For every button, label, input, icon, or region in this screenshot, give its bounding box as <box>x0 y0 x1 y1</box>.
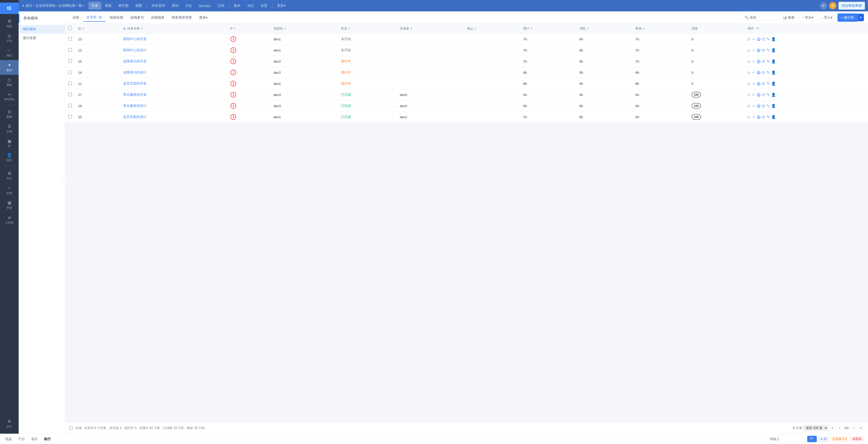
tab-more[interactable]: 更多▾ <box>274 2 289 9</box>
filter-tab-open[interactable]: 未关闭 8 <box>83 13 105 22</box>
user-icon-7[interactable]: 👤 <box>771 115 776 119</box>
tab-kanban[interactable]: 看板 <box>102 2 115 9</box>
bottom-tab-execute[interactable]: 执行 <box>43 437 52 441</box>
tab-burndown[interactable]: 燃尽图 <box>115 2 132 9</box>
close-icon-5[interactable]: ⏻ <box>757 93 761 97</box>
sidebar-item-test[interactable]: ◷ 测试 <box>0 75 19 90</box>
sidebar-item-workflow[interactable]: ⇄ 工作流 <box>0 212 19 227</box>
page-size-select[interactable]: 每页 100 项 每页 50 项 每页 20 项 <box>803 425 828 431</box>
task-link-0[interactable]: 新闻中心的开发 <box>123 37 147 41</box>
complete-icon-7[interactable]: ✓ <box>752 115 755 119</box>
col-estimate[interactable]: 预计⇅ <box>520 24 576 34</box>
tab-devops[interactable]: DevOps <box>195 2 214 9</box>
sidebar-item-devops[interactable]: ∞ DevOps <box>0 90 19 103</box>
task-icon-2[interactable]: ⊡ <box>762 59 765 63</box>
bottom-search-input[interactable] <box>767 436 806 442</box>
edit-icon-7[interactable]: ✎ <box>767 115 770 119</box>
sidebar-item-docs[interactable]: ☰ 文档 <box>0 121 19 136</box>
play-icon-2[interactable]: ▷ <box>748 59 751 63</box>
complete-icon-3[interactable]: ✓ <box>752 70 755 75</box>
col-progress[interactable]: 进度 <box>688 24 745 34</box>
row-checkbox-3[interactable] <box>68 70 72 74</box>
user-icon-6[interactable]: 👤 <box>771 104 776 108</box>
user-icon-0[interactable]: 👤 <box>771 37 776 41</box>
col-consumed[interactable]: 消耗⇅ <box>576 24 632 34</box>
tab-docs[interactable]: 文档 <box>214 2 227 9</box>
tab-task[interactable]: 任务 <box>89 2 101 9</box>
sidebar-item-home[interactable]: ⊞ 地盘 <box>0 16 19 31</box>
sidebar-item-feedback[interactable]: ☆ 反馈 <box>0 183 19 198</box>
tab-devreq[interactable]: 研发需求 <box>149 2 168 9</box>
row-checkbox-6[interactable] <box>68 104 72 108</box>
row-checkbox-7[interactable] <box>68 115 72 119</box>
sidebar-item-academy[interactable]: ▦ 学堂 <box>0 198 19 212</box>
task-link-3[interactable]: 成果展示的设计 <box>123 70 147 74</box>
breadcrumb-dropdown[interactable]: ▾ <box>83 4 84 7</box>
col-deadline[interactable]: 截止⇅ <box>464 24 520 34</box>
col-settings-icon[interactable]: ⚙ <box>756 27 759 30</box>
col-completer[interactable]: 完成者⇅ <box>397 24 464 34</box>
import-button[interactable]: ↓ 导入▾ <box>818 13 835 22</box>
tab-settings[interactable]: 设置 <box>258 2 271 9</box>
sidebar-item-backend[interactable]: ⚙ 后台 <box>0 416 19 431</box>
play-icon-3[interactable]: ▷ <box>748 70 751 75</box>
filter-tab-req-change[interactable]: 研发需求变更 <box>168 14 195 22</box>
search-input[interactable] <box>749 16 775 20</box>
sidebar-item-bi[interactable]: ▣ BI <box>0 136 19 150</box>
footer-select-all[interactable] <box>69 426 73 430</box>
complete-icon-4[interactable]: ✓ <box>752 82 755 86</box>
new-task-button[interactable]: + 建任务 <box>837 13 858 22</box>
edit-icon-2[interactable]: ✎ <box>767 59 770 63</box>
task-link-2[interactable]: 成果展示的开发 <box>123 59 147 63</box>
complete-icon-2[interactable]: ✓ <box>752 59 755 63</box>
filter-tab-assigned-me[interactable]: 指派给我 <box>106 14 126 22</box>
edit-icon-6[interactable]: ✎ <box>767 104 770 108</box>
task-icon-0[interactable]: ⊡ <box>762 37 765 41</box>
tab-version[interactable]: 版本 <box>231 2 244 9</box>
play-icon-6[interactable]: ▷ <box>748 104 751 108</box>
search-bar[interactable]: 🔍 <box>742 14 778 21</box>
close-icon-3[interactable]: ⏻ <box>757 70 761 75</box>
col-id[interactable]: ID⇅ <box>75 24 120 34</box>
complete-icon-5[interactable]: ✓ <box>752 93 755 97</box>
row-checkbox-4[interactable] <box>68 82 72 85</box>
sidebar-item-execute[interactable]: ✦ 执行 <box>0 60 19 75</box>
task-link-6[interactable]: 售后服务的设计 <box>123 104 147 108</box>
task-icon-7[interactable]: ⊡ <box>762 115 765 119</box>
play-icon-0[interactable]: ▷ <box>748 37 751 41</box>
close-icon-2[interactable]: ⏻ <box>757 59 761 63</box>
complete-icon-6[interactable]: ✓ <box>752 104 755 108</box>
sidebar-item-org[interactable]: 👤 组织 <box>0 150 19 165</box>
user-icon-4[interactable]: 👤 <box>771 82 776 86</box>
first-page-button[interactable]: « <box>829 425 836 431</box>
new-task-split-button[interactable]: ▾ <box>858 14 864 21</box>
close-icon-6[interactable]: ⏻ <box>757 104 761 108</box>
complete-icon-1[interactable]: ✓ <box>752 48 755 52</box>
user-icon-3[interactable]: 👤 <box>771 70 776 75</box>
module-item-maintain[interactable]: 维护模块 <box>19 25 65 34</box>
close-icon-0[interactable]: ⏻ <box>757 37 761 41</box>
row-checkbox-0[interactable] <box>68 37 72 40</box>
tab-view[interactable]: 视图 <box>132 2 145 9</box>
task-icon-1[interactable]: ⊡ <box>762 48 765 52</box>
module-item-display[interactable]: 显示设置 <box>19 34 65 42</box>
filter-tab-assigned-by-me[interactable]: 由我指派 <box>148 14 167 22</box>
col-assignee[interactable]: 指派给⇅ <box>271 24 338 34</box>
filter-tab-participated[interactable]: 由我参与 <box>127 14 147 22</box>
last-page-button[interactable]: » <box>858 425 864 431</box>
task-link-4[interactable]: 首页页面的开发 <box>123 82 147 85</box>
play-icon-5[interactable]: ▷ <box>748 93 751 97</box>
tab-test[interactable]: 测试 <box>168 2 182 9</box>
bottom-tab-product[interactable]: 产品 <box>17 437 26 441</box>
task-icon-3[interactable]: ⊡ <box>762 70 765 75</box>
edit-icon-3[interactable]: ✎ <box>767 70 770 75</box>
prev-page-button[interactable]: ‹ <box>837 425 842 431</box>
user-icon-2[interactable]: 👤 <box>771 59 776 63</box>
user-avatar[interactable]: D <box>829 2 836 9</box>
report-button[interactable]: 📊 报表 <box>780 13 797 22</box>
play-icon-7[interactable]: ▷ <box>748 115 751 119</box>
task-link-5[interactable]: 售后服务的开发 <box>123 93 147 96</box>
task-link-1[interactable]: 新闻中心的设计 <box>123 48 147 52</box>
col-remaining[interactable]: 剩余⇅ <box>632 24 688 34</box>
play-icon-1[interactable]: ▷ <box>748 48 751 52</box>
